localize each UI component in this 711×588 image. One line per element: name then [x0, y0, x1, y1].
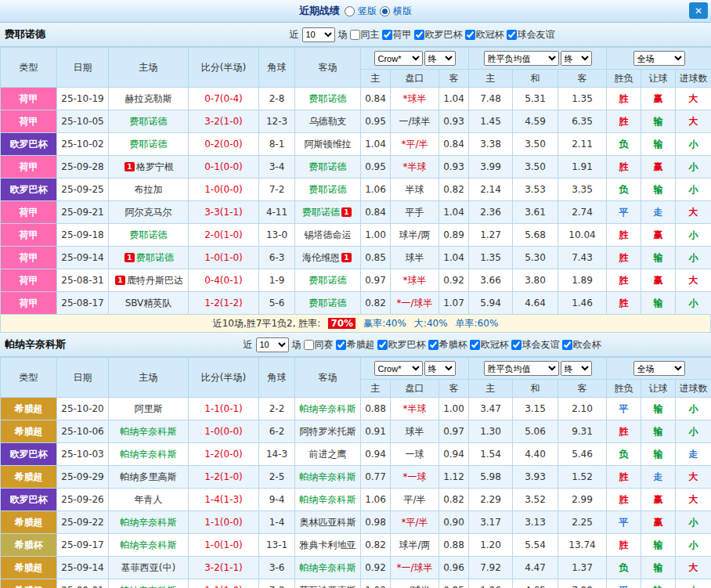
filter-荷甲[interactable]: 荷甲 — [382, 28, 412, 41]
filter-欧会杯[interactable]: 欧会杯 — [562, 338, 601, 352]
avg-away: 1.89 — [558, 269, 607, 292]
handicap: 平/半 — [391, 489, 439, 511]
filter-checkbox[interactable] — [507, 30, 517, 40]
avg-draw: 3.13 — [513, 511, 558, 534]
odds-source-select[interactable]: Crow* — [374, 361, 423, 376]
match-date: 25-09-17 — [57, 534, 109, 557]
avg-away: 9.31 — [558, 420, 607, 443]
filter-checkbox[interactable] — [350, 30, 360, 40]
home-team: 阿尔克马尔 — [109, 201, 189, 224]
sub-avg-draw: 和 — [513, 380, 558, 398]
goals-result: 大 — [676, 557, 711, 579]
filter-checkbox[interactable] — [377, 340, 388, 350]
summary-extra: 大:40% — [414, 317, 448, 330]
home-team: 1格罗宁根 — [109, 156, 189, 179]
summary-text: 近10场,胜7平1负2, 胜率: — [213, 317, 321, 330]
scope-select[interactable]: 全场 — [633, 361, 685, 376]
avg-draw: 5.31 — [513, 88, 558, 110]
filter-checkbox[interactable] — [414, 30, 424, 40]
filter-checkbox[interactable] — [382, 30, 392, 40]
odds-away: 1.00 — [439, 398, 469, 420]
avg-final-select[interactable]: 终 — [561, 51, 592, 66]
home-team: 帕纳多里高斯 — [109, 466, 189, 489]
goals-result: 大 — [676, 201, 711, 224]
filter-欧罗巴杯[interactable]: 欧罗巴杯 — [414, 28, 463, 41]
away-team: 帕纳辛奈科斯 — [295, 398, 361, 420]
close-button[interactable]: ✕ — [689, 2, 708, 19]
away-team: 费耶诺德 — [295, 269, 361, 292]
odds-final-select[interactable]: 终 — [424, 51, 456, 66]
odds-away: 0.88 — [439, 534, 469, 557]
near-count-select[interactable]: 10 — [256, 337, 289, 352]
avg-group-header: 胜平负均值终 — [469, 358, 607, 380]
odds-home: 1.06 — [361, 179, 391, 201]
home-team: 1鹿特丹斯巴达 — [109, 269, 189, 292]
odds-source-select[interactable]: Crow* — [374, 51, 423, 66]
handicap-result: 输 — [641, 247, 676, 269]
filter-checkbox[interactable] — [465, 30, 475, 40]
filter-球会友谊[interactable]: 球会友谊 — [507, 28, 555, 41]
filter-希腊超[interactable]: 希腊超 — [336, 338, 375, 352]
filter-checkbox[interactable] — [304, 340, 314, 350]
filter-欧冠杯[interactable]: 欧冠杯 — [465, 28, 504, 41]
col-header-date: 日期 — [57, 358, 109, 398]
league-badge: 欧罗巴杯 — [1, 489, 57, 511]
filter-checkbox[interactable] — [428, 340, 439, 350]
goals-result: 小 — [676, 292, 711, 315]
col-header-away: 客场 — [295, 48, 361, 88]
avg-draw: 5.68 — [513, 224, 558, 247]
goals-result: 大 — [676, 269, 711, 292]
avg-source-select[interactable]: 胜平负均值 — [484, 361, 559, 376]
avg-final-select[interactable]: 终 — [561, 361, 592, 376]
layout-radio-label: 竖版 — [358, 5, 377, 18]
home-team: 帕纳辛奈科斯 — [109, 420, 189, 443]
avg-draw: 5.54 — [513, 534, 558, 557]
filter-bar: 近10场同赛希腊超欧罗巴杯希腊杯欧冠杯球会友谊欧会杯 — [244, 337, 601, 352]
scope-group-header: 全场 — [607, 48, 711, 70]
filter-欧罗巴杯[interactable]: 欧罗巴杯 — [377, 338, 426, 352]
odds-away: 0.97 — [439, 420, 469, 443]
score: 3-2(1-0) — [189, 110, 259, 133]
corner-score: 13-1 — [259, 534, 295, 557]
handicap: *平/半 — [391, 133, 439, 156]
result: 胜 — [607, 156, 641, 179]
filter-checkbox[interactable] — [511, 340, 522, 350]
sub-avg-home: 主 — [469, 380, 513, 398]
filter-球会友谊[interactable]: 球会友谊 — [511, 338, 560, 352]
filter-checkbox[interactable] — [562, 340, 572, 350]
score: 1-2(1-0) — [189, 466, 259, 489]
odds-away: 0.84 — [439, 133, 469, 156]
result: 胜 — [607, 420, 641, 443]
sub-goals: 进球数 — [676, 380, 711, 398]
result: 负 — [607, 557, 641, 579]
filter-checkbox[interactable] — [470, 340, 480, 350]
avg-away: 1.37 — [558, 557, 607, 579]
sub-avg-away: 客 — [558, 70, 607, 88]
handicap: 半球 — [391, 179, 439, 201]
odds-away: 0.94 — [439, 443, 469, 466]
filter-checkbox[interactable] — [336, 340, 346, 350]
avg-home: 1.54 — [469, 443, 513, 466]
layout-radio-vertical[interactable] — [345, 6, 355, 16]
odds-final-select[interactable]: 终 — [424, 361, 456, 376]
filter-欧冠杯[interactable]: 欧冠杯 — [470, 338, 509, 352]
corner-score: 3-6 — [259, 557, 295, 579]
handicap-result: 输 — [641, 292, 676, 315]
score: 2-0(1-0) — [189, 224, 259, 247]
handicap: *半球 — [391, 156, 439, 179]
handicap: 球半/两 — [391, 534, 439, 557]
filter-同主[interactable]: 同主 — [350, 28, 380, 41]
layout-radio-horizontal[interactable] — [380, 6, 390, 16]
scope-select[interactable]: 全场 — [633, 51, 685, 66]
avg-draw: 3.80 — [513, 269, 558, 292]
sub-handicap-result: 让球 — [641, 380, 676, 398]
odds-home: 0.82 — [361, 292, 391, 315]
avg-home: 1.35 — [469, 247, 513, 269]
near-count-select[interactable]: 10 — [302, 27, 335, 42]
filter-同赛[interactable]: 同赛 — [304, 338, 334, 352]
avg-source-select[interactable]: 胜平负均值 — [484, 51, 559, 66]
filter-希腊杯[interactable]: 希腊杯 — [428, 338, 467, 352]
avg-home: 1.45 — [469, 110, 513, 133]
col-header-away: 客场 — [295, 358, 361, 398]
home-team: SBV精英队 — [109, 292, 189, 315]
